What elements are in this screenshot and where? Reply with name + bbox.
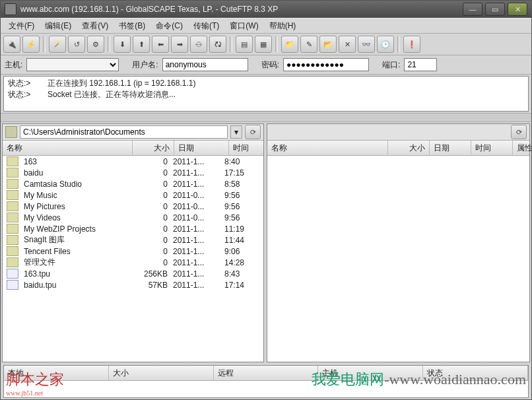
file-size: 0 — [132, 247, 170, 256]
col-time[interactable]: 时间 — [471, 141, 513, 155]
download-icon[interactable]: ⬇ — [114, 36, 131, 53]
file-time: 17:14 — [222, 281, 260, 290]
panes: ▾ ⟳ 名称 大小 日期 时间 16302011-1...8:40baidu02… — [1, 122, 531, 364]
quickconnect-icon[interactable]: ⚡ — [22, 36, 40, 53]
col-name[interactable]: 名称 — [3, 141, 133, 155]
col-date[interactable]: 日期 — [430, 141, 471, 155]
log-prefix: 状态:> — [8, 89, 48, 100]
refresh-remote-icon[interactable]: ⟳ — [511, 125, 527, 139]
queue-headers: 本地 大小 远程 主机 状态 — [4, 366, 528, 381]
remote-filelist[interactable] — [267, 156, 529, 362]
file-date: 2011-0... — [170, 191, 222, 200]
username-input[interactable] — [162, 58, 248, 71]
close-button[interactable]: ✕ — [508, 3, 527, 16]
reconnect-icon[interactable]: ↺ — [68, 36, 85, 53]
status-log[interactable]: 状态:>正在连接到 192.168.1.1 (ip = 192.168.1.1)… — [3, 76, 529, 112]
col-size[interactable]: 大小 — [388, 141, 430, 155]
help-icon[interactable]: ❗ — [403, 36, 420, 53]
folder-icon — [7, 246, 18, 256]
col-size[interactable]: 大小 — [133, 141, 174, 155]
menu-edit[interactable]: 编辑(E) — [40, 20, 77, 32]
col-size[interactable]: 大小 — [109, 366, 214, 380]
search-icon[interactable]: 👓 — [358, 36, 375, 53]
open-icon[interactable]: 📂 — [319, 36, 337, 53]
schedule-icon[interactable]: 🕒 — [377, 36, 394, 53]
port-input[interactable] — [404, 58, 437, 71]
path-dropdown-icon[interactable]: ▾ — [230, 125, 242, 139]
host-input[interactable] — [26, 58, 119, 71]
forward-icon[interactable]: ➡ — [171, 36, 188, 53]
titlebar[interactable]: www.abc.com (192.168.1.1) - GlobalSCAPE … — [1, 1, 531, 18]
separator — [275, 36, 278, 52]
connect-icon[interactable]: 🔌 — [3, 36, 20, 53]
refresh-local-icon[interactable]: ⟳ — [245, 125, 261, 139]
maximize-button[interactable]: ▭ — [485, 3, 505, 16]
folder-icon — [7, 168, 18, 178]
stop-icon[interactable]: ⦵ — [190, 36, 207, 53]
newfolder-icon[interactable]: 📁 — [281, 36, 298, 53]
file-name: Camtasia Studio — [21, 180, 132, 189]
file-name: My Music — [21, 191, 132, 200]
remote-pathbar: ⟳ — [267, 124, 529, 141]
menu-window[interactable]: 窗口(W) — [224, 20, 263, 32]
col-host[interactable]: 主机 — [318, 366, 423, 380]
file-date: 2011-1... — [170, 236, 222, 245]
file-row[interactable]: My Videos02011-0...9:56 — [3, 212, 263, 223]
menubar: 文件(F) 编辑(E) 查看(V) 书签(B) 命令(C) 传输(T) 窗口(W… — [1, 18, 531, 34]
wizard-icon[interactable]: 🪄 — [49, 36, 66, 53]
transfer-queue: 本地 大小 远程 主机 状态 — [3, 365, 529, 398]
file-row[interactable]: Tencent Files02011-1...9:06 — [3, 246, 263, 257]
file-date: 2011-1... — [170, 281, 222, 290]
file-name: My Pictures — [21, 202, 132, 211]
col-status[interactable]: 状态 — [423, 366, 528, 380]
col-time[interactable]: 时间 — [229, 141, 271, 155]
col-date[interactable]: 日期 — [174, 141, 229, 155]
col-attr[interactable]: 属性 — [513, 141, 532, 155]
file-time: 11:44 — [222, 236, 260, 245]
file-row[interactable]: 管理文件02011-1...14:28 — [3, 257, 263, 268]
back-icon[interactable]: ⬅ — [152, 36, 169, 53]
separator — [108, 36, 110, 52]
file-time: 9:56 — [222, 202, 260, 211]
menu-bookmark[interactable]: 书签(B) — [114, 20, 150, 32]
file-date: 2011-0... — [170, 213, 222, 222]
file-row[interactable]: Camtasia Studio02011-1...8:58 — [3, 178, 263, 189]
upload-icon[interactable]: ⬆ — [133, 36, 150, 53]
col-local[interactable]: 本地 — [4, 366, 109, 380]
file-size: 0 — [132, 236, 170, 245]
file-row[interactable]: My WebZIP Projects02011-1...11:19 — [3, 223, 263, 234]
file-row[interactable]: My Pictures02011-0...9:56 — [3, 201, 263, 212]
delete-icon[interactable]: ✕ — [339, 36, 356, 53]
refresh-icon[interactable]: 🗘 — [209, 36, 226, 53]
file-date: 2011-1... — [170, 224, 222, 234]
edit-icon[interactable]: ✎ — [300, 36, 317, 53]
password-input[interactable] — [283, 58, 369, 71]
local-filelist[interactable]: 16302011-1...8:40baidu02011-1...17:15Cam… — [3, 156, 263, 362]
folder-icon — [7, 179, 18, 189]
splitter-h[interactable] — [1, 113, 531, 122]
file-name: baidu — [21, 168, 132, 178]
file-row[interactable]: My Music02011-0...9:56 — [3, 189, 263, 201]
menu-transfer[interactable]: 传输(T) — [188, 20, 224, 32]
file-row[interactable]: 163.tpu256KB2011-1...8:43 — [3, 268, 263, 279]
local-path-input[interactable] — [20, 125, 228, 139]
file-row[interactable]: SnagIt 图库02011-1...11:44 — [3, 234, 263, 246]
file-row[interactable]: baidu.tpu57KB2011-1...17:14 — [3, 279, 263, 290]
file-row[interactable]: 16302011-1...8:40 — [3, 156, 263, 167]
menu-file[interactable]: 文件(F) — [3, 20, 40, 32]
menu-command[interactable]: 命令(C) — [150, 20, 188, 32]
col-name[interactable]: 名称 — [267, 141, 388, 155]
tool-icon[interactable]: ⚙ — [87, 36, 104, 53]
view-list-icon[interactable]: ▤ — [236, 36, 253, 53]
file-size: 256KB — [132, 269, 170, 279]
col-remote[interactable]: 远程 — [214, 366, 319, 380]
file-time: 9:56 — [222, 213, 260, 222]
minimize-button[interactable]: — — [463, 3, 482, 16]
folder-icon — [7, 257, 18, 267]
file-row[interactable]: baidu02011-1...17:15 — [3, 167, 263, 178]
menu-view[interactable]: 查看(V) — [77, 20, 114, 32]
menu-help[interactable]: 帮助(H) — [264, 20, 302, 32]
view-detail-icon[interactable]: ▦ — [255, 36, 272, 53]
file-size: 57KB — [132, 281, 170, 290]
log-line: Socket 已连接。正在等待欢迎消息... — [48, 90, 176, 99]
